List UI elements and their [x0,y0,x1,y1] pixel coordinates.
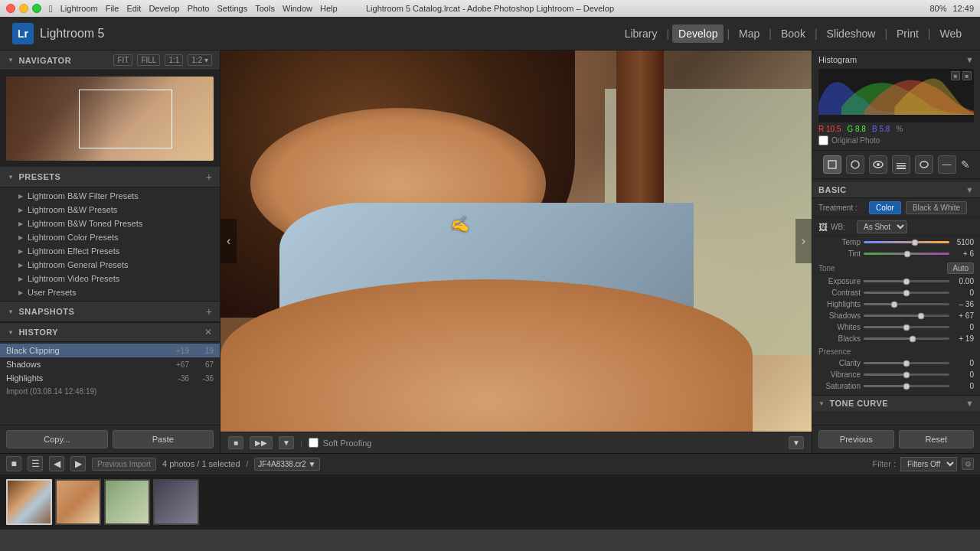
filmstrip-grid-btn[interactable]: ■ [6,456,21,471]
preset-item-bw[interactable]: ▶ Lightroom B&W Presets [0,203,220,217]
view-dropdown[interactable]: ▼ [279,436,294,449]
bw-treatment-btn[interactable]: Black & White [906,201,967,214]
preset-item-bwtoned[interactable]: ▶ Lightroom B&W Toned Presets [0,217,220,230]
filmstrip-prev-btn[interactable]: ◀ [49,456,64,471]
history-item-import[interactable]: Import (03.08.14 12:48:19) [0,385,220,398]
menu-edit[interactable]: Edit [126,4,141,13]
highlights-slider[interactable] [864,303,949,305]
close-button[interactable] [6,4,15,13]
original-photo-toggle[interactable]: Original Photo [818,135,974,145]
menu-settings[interactable]: Settings [217,4,247,13]
nav-slideshow[interactable]: Slideshow [821,24,882,43]
film-thumb-2[interactable] [55,479,101,525]
history-header[interactable]: ▼ History ✕ [0,323,220,342]
history-close-button[interactable]: ✕ [204,327,212,337]
tone-curve-header[interactable]: ▼ Tone Curve ▼ [812,395,980,411]
menu-window[interactable]: Window [283,4,312,13]
nav-ratio-dropdown[interactable]: 1:2 ▾ [188,54,212,66]
presets-header[interactable]: ▼ Presets + [0,167,220,187]
tint-slider[interactable] [864,253,949,255]
menu-help[interactable]: Help [320,4,338,13]
navigator-header[interactable]: ▼ Navigator FIT FILL 1:1 1:2 ▾ [0,51,220,70]
contrast-slider[interactable] [864,292,949,294]
crop-tool[interactable] [823,155,841,174]
view-mode-btn[interactable]: ■ [228,436,243,449]
menu-tools[interactable]: Tools [255,4,275,13]
preset-item-color[interactable]: ▶ Lightroom Color Presets [0,230,220,244]
prev-photo-arrow[interactable]: ‹ [220,219,237,263]
preset-item-user[interactable]: ▶ User Presets [0,285,220,299]
clarity-slider[interactable] [864,362,949,364]
nav-develop[interactable]: Develop [672,24,724,43]
nav-book[interactable]: Book [775,24,812,43]
nav-web[interactable]: Web [933,24,968,43]
preset-item-general[interactable]: ▶ Lightroom General Presets [0,258,220,272]
highlight-clipping-btn[interactable]: ■ [962,71,972,80]
folder-dropdown[interactable]: JF4A8338.cr2 ▼ [254,458,319,471]
right-dropdown[interactable]: ▼ [789,436,804,449]
menu-photo[interactable]: Photo [188,4,210,13]
film-thumb-4[interactable] [153,479,199,525]
preset-item-effects[interactable]: ▶ Lightroom Effect Presets [0,244,220,258]
history-item-highlights[interactable]: Highlights -36 -36 [0,371,220,385]
whites-slider[interactable] [864,326,949,328]
paste-button[interactable]: Paste [113,430,214,448]
nav-fit-btn[interactable]: FIT [113,54,132,66]
menu-file[interactable]: File [106,4,119,13]
folder-link[interactable]: / [247,460,249,468]
compare-btn[interactable]: ▶▶ [250,436,273,449]
menu-develop[interactable]: Develop [149,4,179,13]
filmstrip-list-btn[interactable]: ☰ [28,456,43,471]
vibrance-slider[interactable] [864,373,949,376]
history-title: History [18,328,58,337]
nav-ratio-btn[interactable]: 1:1 [165,54,183,66]
wb-dropdown[interactable]: As Shot [857,220,907,233]
radial-filter-tool[interactable] [915,155,933,174]
filter-dropdown[interactable]: Filters Off [900,457,957,471]
temp-slider[interactable] [864,241,949,243]
preset-item-bwfilter[interactable]: ▶ Lightroom B&W Filter Presets [0,189,220,203]
shadows-slider[interactable] [864,315,949,317]
blacks-slider[interactable] [864,337,949,340]
eyedropper-icon[interactable]: 🖼 [818,222,828,233]
film-thumb-3[interactable] [104,479,150,525]
reset-button[interactable]: Reset [899,430,975,448]
exposure-slider[interactable] [864,280,949,282]
next-photo-arrow[interactable]: › [795,219,812,263]
copy-button[interactable]: Copy... [6,430,108,448]
adjustment-brush-tool[interactable]: — [938,155,956,174]
filter-settings-btn[interactable]: ⚙ [962,458,974,470]
presets-add-button[interactable]: + [206,171,212,183]
shadow-clipping-btn[interactable]: ■ [951,71,960,80]
saturation-slider[interactable] [864,385,949,387]
nav-print[interactable]: Print [890,24,925,43]
edit-tool[interactable]: ✎ [961,158,970,171]
photo-view: ✍ ‹ › [220,51,812,432]
preset-item-video[interactable]: ▶ Lightroom Video Presets [0,272,220,285]
soft-proofing-checkbox[interactable] [309,438,318,448]
previous-button[interactable]: Previous [818,430,894,448]
film-thumb-1[interactable] [6,479,52,525]
nav-library[interactable]: Library [619,24,664,43]
snapshots-header[interactable]: ▼ Snapshots + [0,302,220,322]
spot-removal-tool[interactable] [846,155,864,174]
prev-import-btn[interactable]: Previous Import [92,458,156,471]
maximize-button[interactable] [32,4,41,13]
history-item-black-clipping[interactable]: Black Clipping +19 19 [0,344,220,357]
red-eye-tool[interactable] [869,155,887,174]
minimize-button[interactable] [19,4,28,13]
histogram-dropdown-icon[interactable]: ▼ [965,55,974,64]
color-treatment-btn[interactable]: Color [869,201,901,214]
shadows-slider-row: Shadows + 67 [812,310,980,321]
original-photo-checkbox[interactable] [818,135,828,145]
nav-map[interactable]: Map [733,24,766,43]
filmstrip-next-btn[interactable]: ▶ [70,456,86,471]
os-app-name[interactable]: Lightroom [60,4,98,13]
history-item-shadows[interactable]: Shadows +67 67 [0,357,220,371]
graduated-filter-tool[interactable] [892,155,910,174]
auto-tone-btn[interactable]: Auto [947,262,974,274]
nav-fill-btn[interactable]: FILL [137,54,160,66]
snapshots-add-button[interactable]: + [206,305,212,318]
battery-indicator: 80% [929,4,946,13]
basic-section-header[interactable]: Basic ▼ [812,182,980,198]
